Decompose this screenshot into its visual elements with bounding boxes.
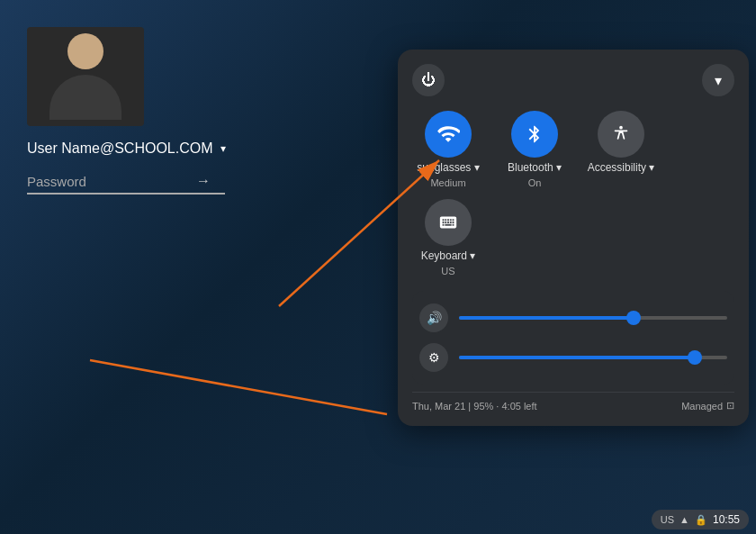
panel-status-bar: Thu, Mar 21 | 95% · 4:05 left Managed ⊡ [412,392,734,412]
avatar-head [68,33,104,69]
brightness-slider-row: ⚙ [412,338,734,377]
managed-icon: ⊡ [726,400,734,412]
panel-top-row: ⏻ ▾ [412,64,734,96]
accessibility-toggle-label: Accessibility ▾ [588,161,655,174]
avatar-shoulders [50,75,122,120]
brightness-icon: ⚙ [419,343,448,372]
keyboard-sublabel: US [441,266,454,276]
brightness-thumb[interactable] [688,350,702,365]
password-row: → [27,173,225,195]
taskbar: US ▲ 🔒 10:55 [0,505,756,534]
toggles-row-1: sunglasses ▾ Medium Bluetooth ▾ On Acces… [412,111,734,188]
bluetooth-toggle-sublabel: On [528,177,542,188]
bluetooth-toggle[interactable]: Bluetooth ▾ On [499,111,571,188]
wifi-toggle[interactable]: sunglasses ▾ Medium [412,111,484,188]
wifi-toggle-label: sunglasses ▾ [417,161,479,174]
keyboard-label: Keyboard ▾ [421,249,476,262]
bluetooth-toggle-label: Bluetooth ▾ [508,161,562,174]
avatar [27,27,144,126]
tray-time: 10:55 [713,513,740,526]
volume-slider[interactable] [459,316,727,320]
volume-icon: 🔊 [419,303,448,332]
keyboard-toggle-icon [425,199,472,246]
user-name: User Name@SCHOOL.COM [27,140,213,157]
collapse-icon: ▾ [715,72,722,89]
wifi-toggle-sublabel: Medium [430,177,465,188]
volume-slider-row: 🔊 [412,298,734,338]
brightness-fill [459,356,695,359]
avatar-figure [50,33,122,120]
system-tray[interactable]: US ▲ 🔒 10:55 [652,510,749,529]
user-row: User Name@SCHOOL.COM ▾ [27,140,226,157]
login-area: User Name@SCHOOL.COM ▾ → [27,27,226,195]
wifi-toggle-icon [425,111,472,158]
accessibility-toggle-icon [598,111,644,158]
svg-point-0 [619,126,623,130]
keyboard-row: Keyboard ▾ US [412,199,734,276]
lock-tray-icon: 🔒 [695,514,707,526]
wifi-tray-icon: ▲ [680,514,689,525]
quick-settings-panel: ⏻ ▾ sunglasses ▾ Medium [398,50,749,426]
brightness-slider[interactable] [459,356,727,359]
locale-label: US [661,514,674,525]
password-input[interactable] [27,174,189,189]
keyboard-toggle[interactable]: Keyboard ▾ US [412,199,484,276]
user-dropdown-arrow[interactable]: ▾ [220,142,226,155]
volume-thumb[interactable] [626,311,641,325]
status-right: Managed ⊡ [681,400,734,412]
collapse-button[interactable]: ▾ [702,64,734,96]
power-button[interactable]: ⏻ [412,64,445,96]
sliders-section: 🔊 ⚙ [412,291,734,385]
submit-button[interactable]: → [196,173,211,189]
managed-label: Managed [681,401,723,412]
status-date-battery: Thu, Mar 21 | 95% · 4:05 left [412,401,537,412]
accessibility-toggle[interactable]: Accessibility ▾ [585,111,657,188]
bluetooth-toggle-icon [511,111,558,158]
volume-fill [459,316,634,320]
power-icon: ⏻ [421,72,436,88]
